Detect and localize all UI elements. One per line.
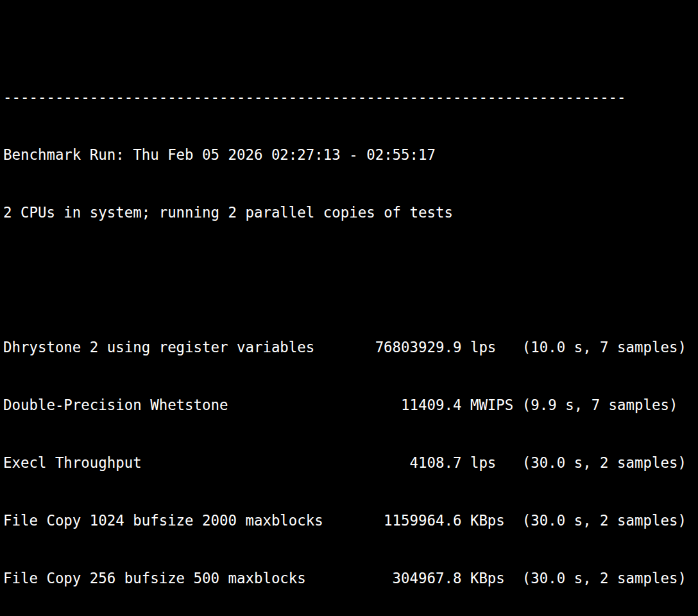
blank-line [3,261,698,280]
benchmark-name: Dhrystone 2 using register variables [3,338,358,357]
benchmark-value: 4108.7 [358,453,462,472]
benchmark-run-line: Benchmark Run: Thu Feb 05 2026 02:27:13 … [3,145,698,164]
benchmark-timing: (10.0 s, 7 samples) [522,338,698,357]
benchmark-unit: KBps [461,511,522,530]
result-row: Double-Precision Whetstone 11409.4 MWIPS… [3,395,698,415]
cpu-info-line: 2 CPUs in system; running 2 parallel cop… [3,203,698,222]
benchmark-value: 76803929.9 [358,338,462,357]
benchmark-name: File Copy 1024 bufsize 2000 maxblocks [3,511,358,530]
benchmark-value: 11409.4 [358,395,462,415]
benchmark-timing: (30.0 s, 2 samples) [522,569,698,588]
result-row: Execl Throughput 4108.7 lps (30.0 s, 2 s… [3,453,698,472]
benchmark-unit: KBps [461,569,522,588]
benchmark-timing: (9.9 s, 7 samples) [522,395,698,415]
benchmark-unit: lps [461,453,522,472]
benchmark-timing: (30.0 s, 2 samples) [522,511,698,530]
result-row: Dhrystone 2 using register variables 768… [3,338,698,357]
terminal-scrollback: ----------------------------------------… [3,30,698,616]
separator-line: ----------------------------------------… [3,87,698,107]
benchmark-timing: (30.0 s, 2 samples) [522,453,698,472]
benchmark-value: 1159964.6 [358,511,462,530]
benchmark-unit: MWIPS [461,395,522,415]
benchmark-unit: lps [461,338,522,357]
terminal-window[interactable]: ----------------------------------------… [0,0,698,616]
result-row: File Copy 1024 bufsize 2000 maxblocks 11… [3,511,698,530]
benchmark-name: Execl Throughput [3,453,358,472]
benchmark-name: File Copy 256 bufsize 500 maxblocks [3,569,358,588]
benchmark-name: Double-Precision Whetstone [3,395,358,415]
benchmark-value: 304967.8 [358,569,462,588]
result-row: File Copy 256 bufsize 500 maxblocks 3049… [3,569,698,588]
